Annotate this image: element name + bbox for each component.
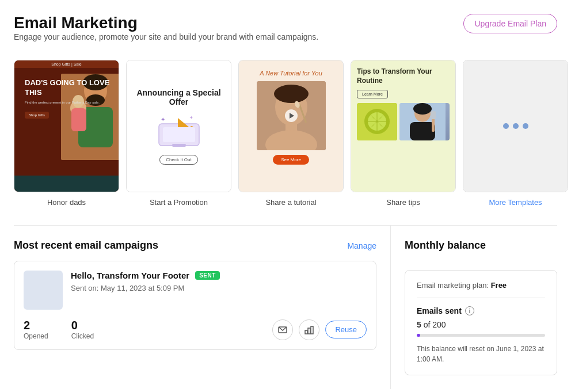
svg-point-18: [274, 85, 309, 103]
dot-2: [513, 123, 519, 129]
campaign-top: Hello, Transform Your Footer SENT Sent o…: [24, 271, 367, 310]
campaign-name: Hello, Transform Your Footer: [71, 271, 189, 280]
template-label-honor-dads: Honor dads: [47, 198, 86, 207]
tpl3-btn: See More: [273, 155, 309, 165]
emails-count-number: 5: [417, 320, 421, 329]
emails-progress-bar-fill: [417, 334, 420, 337]
tpl4-title: Tips to Transform Your Routine: [357, 67, 450, 85]
bottom-section: Most recent email campaigns Manage Hello…: [0, 226, 571, 389]
manage-link[interactable]: Manage: [347, 241, 376, 250]
campaign-title-row: Hello, Transform Your Footer SENT: [71, 271, 367, 280]
plan-text: Email marketing plan:: [417, 281, 489, 290]
template-label-start-promotion: Start a Promotion: [150, 198, 208, 207]
tpl4-learn-btn: Learn More: [357, 90, 388, 98]
bar-chart-icon: [304, 325, 314, 334]
reuse-button[interactable]: Reuse: [325, 321, 367, 338]
stat-opened-value: 2: [24, 319, 48, 332]
stat-clicked-label: Clicked: [71, 332, 94, 340]
tpl2-headline: Announcing a Special Offer: [136, 88, 222, 106]
balance-section-title: Monthly balance: [405, 239, 486, 252]
svg-point-33: [413, 103, 432, 115]
chart-icon-button[interactable]: [299, 319, 319, 340]
envelope-icon: [278, 325, 287, 334]
stat-clicked-value: 0: [71, 319, 94, 332]
tpl4-photo2: [399, 103, 450, 140]
campaign-actions: Reuse: [272, 319, 367, 340]
tpl1-btn: Shop Gifts: [25, 112, 49, 119]
balance-panel-header: Monthly balance: [405, 239, 557, 261]
campaign-info: Hello, Transform Your Footer SENT Sent o…: [71, 271, 367, 293]
svg-rect-15: [163, 127, 195, 142]
dot-3: [523, 123, 528, 129]
template-card-start-promotion[interactable]: Announcing a Special Offer ✦: [126, 60, 231, 207]
upgrade-email-plan-button[interactable]: Upgrade Email Plan: [463, 14, 557, 33]
balance-panel: Monthly balance Email marketing plan: Fr…: [391, 226, 557, 389]
templates-row: Shop Gifts | Sale DAD'S GOING TO LOVE TH…: [14, 60, 557, 207]
svg-text:✦: ✦: [189, 115, 193, 120]
campaign-stats: 2 Opened 0 Clicked: [24, 319, 367, 340]
stat-opened: 2 Opened: [24, 319, 48, 340]
stat-clicked: 0 Clicked: [71, 319, 94, 340]
svg-rect-32: [410, 122, 435, 140]
template-preview-start-promotion: Announcing a Special Offer ✦: [126, 60, 231, 192]
tpl3-photo: [257, 81, 326, 150]
svg-rect-19: [286, 123, 297, 131]
svg-rect-9: [172, 144, 186, 147]
balance-divider: [417, 298, 545, 298]
campaigns-panel: Most recent email campaigns Manage Hello…: [14, 226, 391, 389]
more-templates-dots: [503, 123, 528, 129]
svg-rect-35: [431, 111, 436, 119]
stat-opened-label: Opened: [24, 332, 48, 340]
emails-sent-text: Emails sent: [417, 306, 462, 315]
tpl1-sub: Find the perfect present in our Father's…: [19, 100, 119, 108]
emails-count-of: of 200: [424, 320, 446, 329]
emails-sent-info-icon[interactable]: i: [465, 306, 474, 315]
tpl1-headline: DAD'S GOING TO LOVE THIS: [19, 73, 119, 100]
emails-sent-label-row: Emails sent i: [417, 306, 545, 315]
tpl3-play-button: [285, 109, 298, 122]
svg-rect-37: [305, 330, 307, 334]
emails-count-row: 5 of 200: [417, 320, 545, 329]
dot-1: [503, 123, 509, 129]
template-label-more-templates[interactable]: More Templates: [489, 198, 542, 207]
page-subtitle: Engage your audience, promote your site …: [14, 32, 318, 41]
plan-row: Email marketing plan: Free: [417, 281, 545, 290]
svg-rect-38: [308, 328, 310, 334]
svg-text:✦: ✦: [161, 116, 165, 123]
template-card-honor-dads[interactable]: Shop Gifts | Sale DAD'S GOING TO LOVE TH…: [14, 60, 119, 207]
plan-name: Free: [491, 281, 507, 290]
template-preview-share-tutorial: A New Tutorial for You: [238, 60, 344, 192]
tpl4-photo1: [357, 103, 397, 140]
balance-card: Email marketing plan: Free Emails sent i…: [405, 270, 557, 375]
tpl2-illustration: ✦ ✦: [156, 112, 202, 147]
tpl4-photos: [357, 103, 450, 140]
svg-rect-39: [311, 326, 313, 334]
campaign-card: Hello, Transform Your Footer SENT Sent o…: [14, 261, 376, 350]
template-label-share-tutorial: Share a tutorial: [265, 198, 316, 207]
template-preview-share-tips: Tips to Transform Your Routine Learn Mor…: [351, 60, 456, 192]
page-title: Email Marketing: [14, 14, 318, 32]
tpl3-title: A New Tutorial for You: [260, 70, 322, 77]
template-card-share-tutorial[interactable]: A New Tutorial for You: [238, 60, 344, 207]
tpl2-btn: Check It Out: [159, 155, 197, 165]
template-label-share-tips: Share tips: [386, 198, 420, 207]
emails-progress-bar-bg: [417, 334, 545, 337]
template-preview-honor-dads: Shop Gifts | Sale DAD'S GOING TO LOVE TH…: [14, 60, 119, 192]
balance-reset-text: This balance will reset on June 1, 2023 …: [417, 344, 545, 364]
template-card-share-tips[interactable]: Tips to Transform Your Routine Learn Mor…: [351, 60, 456, 207]
campaign-thumbnail: [24, 271, 63, 310]
template-preview-more-templates: [463, 60, 568, 192]
campaigns-section-title: Most recent email campaigns: [14, 239, 158, 252]
campaign-date: Sent on: May 11, 2023 at 5:09 PM: [71, 284, 184, 292]
sent-badge: SENT: [195, 271, 220, 280]
envelope-icon-button[interactable]: [272, 319, 293, 340]
tpl1-top-bar: Shop Gifts | Sale: [14, 60, 119, 68]
campaigns-panel-header: Most recent email campaigns Manage: [14, 239, 376, 252]
template-card-more-templates[interactable]: More Templates: [463, 60, 568, 207]
